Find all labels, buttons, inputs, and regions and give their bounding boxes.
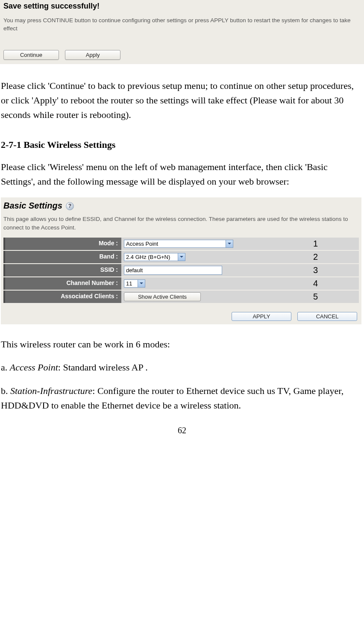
section-title: 2-7-1 Basic Wireless Settings bbox=[1, 139, 364, 150]
show-active-clients-button[interactable]: Show Active Clients bbox=[124, 292, 201, 301]
basic-settings-panel: Basic Settings ? This page allows you to… bbox=[1, 197, 361, 324]
save-success-panel: Save setting successfully! You may press… bbox=[0, 0, 364, 64]
form-footer-buttons: APPLY CANCEL bbox=[3, 310, 359, 321]
chevron-down-icon bbox=[178, 253, 185, 261]
body-text-block: Please click 'Continue' to back to previ… bbox=[0, 79, 364, 122]
chevron-down-icon bbox=[138, 280, 145, 287]
label-band: Band : bbox=[3, 251, 121, 263]
label-ssid: SSID : bbox=[3, 264, 121, 276]
mode-a-prefix: a. bbox=[1, 362, 10, 373]
paragraph-2: Please click 'Wireless' menu on the left… bbox=[1, 160, 361, 189]
cancel-form-button[interactable]: CANCEL bbox=[297, 312, 357, 321]
save-success-title: Save setting successfully! bbox=[3, 2, 361, 11]
annotation-1: 1 bbox=[313, 239, 356, 249]
annotation-5: 5 bbox=[313, 292, 356, 302]
mode-b-prefix: b. bbox=[1, 385, 10, 396]
label-mode: Mode : bbox=[3, 238, 121, 250]
mode-select[interactable]: Access Point bbox=[124, 240, 233, 248]
row-channel: Channel Number : 11 4 bbox=[3, 277, 359, 290]
paragraph-3: This wireless router can be work in 6 mo… bbox=[1, 337, 361, 352]
mode-a-rest: : Standard wireless AP . bbox=[58, 362, 148, 373]
row-clients: Associated Clients : Show Active Clients… bbox=[3, 291, 359, 303]
body-text-block-3: This wireless router can be work in 6 mo… bbox=[0, 337, 364, 412]
apply-button[interactable]: Apply bbox=[65, 50, 120, 60]
band-select[interactable]: 2.4 GHz (B+G+N) bbox=[124, 253, 185, 261]
label-clients: Associated Clients : bbox=[3, 291, 121, 303]
save-success-buttons: Continue Apply bbox=[3, 48, 361, 60]
mode-a-line: a. Access Point: Standard wireless AP . bbox=[1, 360, 361, 375]
chevron-down-icon bbox=[226, 240, 233, 247]
mode-select-value: Access Point bbox=[126, 241, 158, 247]
label-channel: Channel Number : bbox=[3, 277, 121, 290]
ssid-input[interactable]: default bbox=[124, 266, 222, 275]
continue-button[interactable]: Continue bbox=[3, 50, 59, 60]
channel-select[interactable]: 11 bbox=[124, 279, 145, 288]
mode-b-name: Station-Infrastructure bbox=[10, 385, 92, 396]
paragraph-1: Please click 'Continue' to back to previ… bbox=[1, 79, 361, 122]
basic-settings-desc: This page allows you to define ESSID, an… bbox=[3, 215, 359, 232]
row-mode: Mode : Access Point 1 bbox=[3, 238, 359, 250]
save-success-subtext: You may press CONTINUE button to continu… bbox=[3, 17, 361, 33]
mode-b-line: b. Station-Infrastructure: Configure the… bbox=[1, 384, 361, 413]
page-number: 62 bbox=[0, 426, 364, 435]
body-text-block-2: Please click 'Wireless' menu on the left… bbox=[0, 160, 364, 189]
basic-settings-title: Basic Settings bbox=[3, 201, 62, 211]
annotation-3: 3 bbox=[313, 265, 356, 275]
annotation-4: 4 bbox=[313, 279, 356, 288]
channel-select-value: 11 bbox=[126, 280, 132, 287]
mode-a-name: Access Point bbox=[10, 362, 58, 373]
help-icon[interactable]: ? bbox=[66, 202, 74, 210]
row-ssid: SSID : default 3 bbox=[3, 264, 359, 276]
band-select-value: 2.4 GHz (B+G+N) bbox=[126, 254, 170, 260]
row-band: Band : 2.4 GHz (B+G+N) 2 bbox=[3, 251, 359, 263]
apply-form-button[interactable]: APPLY bbox=[232, 312, 291, 321]
annotation-2: 2 bbox=[313, 252, 356, 262]
